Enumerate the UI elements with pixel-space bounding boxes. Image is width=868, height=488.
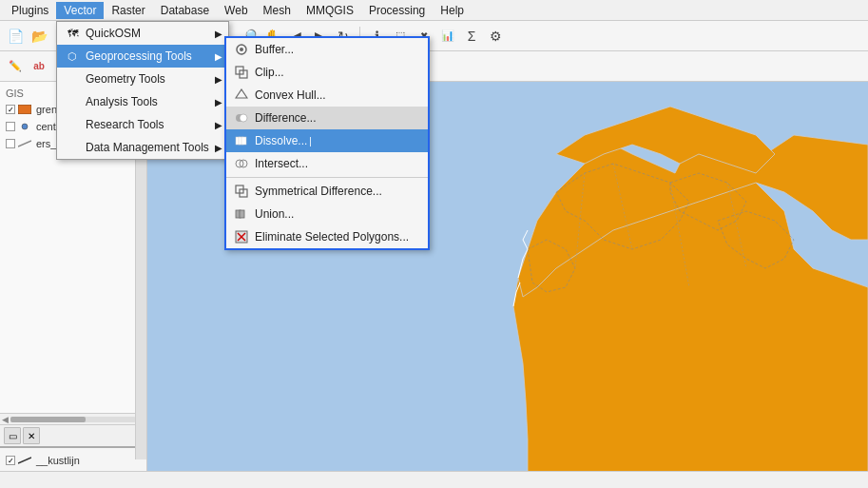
statusbar: [0, 471, 868, 488]
panel-minimize-btn[interactable]: ▭: [4, 427, 21, 444]
digitize-btn[interactable]: ✏️: [4, 55, 27, 78]
menu-item-difference[interactable]: Difference...: [226, 107, 428, 129]
layer-point-icon: [18, 122, 31, 131]
svg-rect-13: [240, 70, 247, 78]
layer-line-icon: [18, 139, 31, 148]
svg-line-3: [18, 458, 31, 463]
clip-icon: [234, 65, 249, 80]
layer-checkbox[interactable]: ✓: [6, 456, 15, 465]
analysis-icon: [65, 94, 80, 109]
menu-separator: [226, 177, 428, 178]
menubar-mmqgis[interactable]: MMQGIS: [299, 2, 361, 19]
menubar-help[interactable]: Help: [433, 2, 472, 19]
cursor-pos: |: [309, 136, 312, 146]
settings-btn[interactable]: ⚙: [484, 25, 507, 48]
research-icon: [65, 117, 80, 132]
submenu-arrow: ▶: [215, 74, 222, 85]
menu-item-symdiff[interactable]: Symmetrical Difference...: [226, 180, 428, 203]
submenu-arrow: ▶: [215, 51, 222, 62]
menu-item-analysis[interactable]: Analysis Tools ▶: [57, 90, 228, 113]
layers-panel-controls: ▭ ✕: [0, 424, 146, 446]
menu-item-intersect[interactable]: Intersect...: [226, 152, 428, 175]
menubar-web[interactable]: Web: [217, 2, 255, 19]
menu-item-union[interactable]: Union...: [226, 203, 428, 225]
menu-item-convexhull[interactable]: Convex Hull...: [226, 84, 428, 107]
svg-rect-25: [240, 210, 244, 218]
svg-point-1: [22, 124, 28, 129]
menubar-database[interactable]: Database: [153, 2, 217, 19]
svg-point-21: [240, 160, 247, 167]
menu-item-geometry[interactable]: Geometry Tools ▶: [57, 68, 228, 90]
menu-item-geoprocessing[interactable]: ⬡ Geoprocessing Tools ▶: [57, 45, 228, 68]
datamanagement-icon: [65, 140, 80, 155]
menu-item-quickosm[interactable]: 🗺 QuickOSM ▶: [57, 22, 228, 45]
dissolve-icon: [234, 133, 249, 148]
menu-item-eliminate[interactable]: Eliminate Selected Polygons...: [226, 225, 428, 248]
layer-checkbox[interactable]: [6, 122, 15, 131]
label-btn[interactable]: ab: [28, 55, 50, 78]
menu-item-research[interactable]: Research Tools ▶: [57, 113, 228, 136]
geometry-icon: [65, 71, 80, 87]
svg-marker-14: [236, 89, 247, 98]
intersect-icon: [234, 156, 249, 171]
submenu-arrow: ▶: [215, 29, 222, 39]
menubar-plugins[interactable]: Plugins: [4, 2, 56, 19]
menu-item-datamanagement[interactable]: Data Management Tools ▶: [57, 136, 228, 159]
eliminate-icon: [234, 229, 249, 244]
union-icon: [234, 206, 249, 222]
geoprocessing-icon: ⬡: [65, 49, 80, 64]
layer-polygon-icon: [18, 105, 31, 114]
vector-menu-popup: 🗺 QuickOSM ▶ ⬡ Geoprocessing Tools ▶ Geo…: [56, 21, 229, 160]
stats-btn[interactable]: Σ: [460, 25, 483, 48]
svg-rect-23: [240, 189, 247, 197]
layer-name: __kustlijn: [34, 453, 82, 468]
buffer-icon: [234, 42, 249, 57]
menu-item-dissolve[interactable]: Dissolve... |: [226, 129, 428, 152]
submenu-arrow: ▶: [215, 143, 222, 153]
panel-close-btn[interactable]: ✕: [23, 427, 40, 444]
svg-point-11: [240, 48, 243, 51]
open-project-btn[interactable]: 📂: [28, 25, 50, 48]
symdiff-icon: [234, 184, 249, 199]
menu-item-buffer[interactable]: Buffer...: [226, 38, 428, 61]
list-item: ✓ __kustlijn: [4, 452, 143, 469]
submenu-arrow: ▶: [215, 97, 222, 107]
menu-item-clip[interactable]: Clip...: [226, 61, 428, 84]
svg-rect-0: [18, 105, 31, 114]
open-table-btn[interactable]: 📊: [436, 25, 459, 48]
svg-rect-19: [241, 137, 246, 145]
difference-icon: [234, 110, 249, 126]
svg-point-16: [240, 114, 247, 122]
geoprocessing-submenu: Buffer... Clip... Convex Hull... Differe…: [224, 36, 430, 250]
convexhull-icon: [234, 88, 249, 103]
layer-checkbox[interactable]: ✓: [6, 105, 15, 114]
menubar-vector[interactable]: Vector: [56, 2, 104, 19]
menubar-raster[interactable]: Raster: [104, 2, 152, 19]
new-project-btn[interactable]: 📄: [4, 25, 27, 48]
quickosm-icon: 🗺: [65, 26, 80, 41]
layer-line2-icon: [18, 456, 31, 465]
svg-line-2: [18, 141, 31, 146]
submenu-arrow: ▶: [215, 120, 222, 130]
menubar: Plugins Vector Raster Database Web Mesh …: [0, 0, 868, 21]
menubar-processing[interactable]: Processing: [361, 2, 433, 19]
layer-checkbox[interactable]: [6, 139, 15, 148]
menubar-mesh[interactable]: Mesh: [256, 2, 299, 19]
